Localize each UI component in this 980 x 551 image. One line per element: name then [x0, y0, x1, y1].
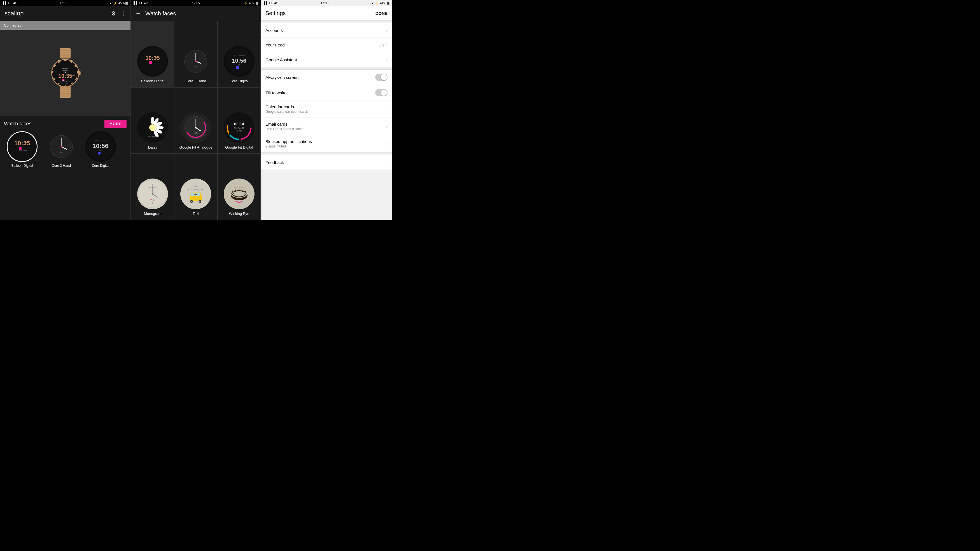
watchface-label-1: Core 3 Hand	[52, 164, 71, 168]
watch-faces-title: Watch faces	[4, 121, 31, 127]
done-button[interactable]: DONE	[375, 11, 388, 16]
feed-title: Your Feed	[266, 43, 285, 47]
settings-content: Accounts › Your Feed On › Google Assista…	[261, 21, 392, 220]
grid-item-monogram[interactable]: kate spade ♥ U Monogram	[131, 154, 174, 220]
back-button[interactable]: ←	[135, 10, 142, 17]
grid-label-gfd: Google Fit Digital	[225, 145, 253, 149]
grid-item-core3h[interactable]: NYC Core 3 Hand	[175, 21, 217, 87]
svg-rect-66	[236, 66, 239, 69]
feedback-left: Feedback	[266, 160, 284, 165]
connected-status: Connected	[0, 21, 130, 30]
bluetooth-icon-3: ⚡	[375, 2, 379, 5]
status-bar-1: ▌▌ EE 4G 17:05 ▲ ⚡ 45% ▓	[0, 0, 130, 6]
svg-text:in a new york: in a new york	[188, 188, 204, 191]
panel-main: ▌▌ EE 4G 17:05 ▲ ⚡ 45% ▓ scallop ⚙ ⋮ Con…	[0, 0, 130, 220]
svg-rect-55	[149, 61, 152, 64]
svg-point-81	[195, 127, 197, 129]
svg-text:10:56: 10:56	[93, 143, 108, 149]
svg-text:43: 43	[195, 132, 197, 134]
calendar-subtitle: Google calendar event cards	[266, 110, 308, 114]
assistant-title: Google Assistant	[266, 57, 297, 62]
svg-point-106	[191, 201, 192, 202]
settings-item-email[interactable]: Email cards Rich Gmail cards disabled ›	[261, 118, 392, 135]
svg-rect-19	[79, 71, 81, 75]
grid-item-taxi[interactable]: in a new york Taxi Taxi	[175, 154, 217, 220]
tilt-left: Tilt to wake	[266, 91, 286, 95]
battery-2: 46% ▓	[249, 2, 258, 5]
watchface-img-1: NYC	[46, 131, 77, 162]
time-1: 17:05	[59, 2, 67, 5]
svg-point-7	[64, 59, 67, 62]
feed-chevron: ›	[386, 43, 388, 48]
svg-text:Coffee time!: Coffee time!	[18, 150, 27, 151]
feedback-title: Feedback	[266, 160, 284, 165]
time-2: 17:05	[192, 2, 200, 5]
settings-item-always-on[interactable]: Always-on screen	[261, 70, 392, 85]
gear-icon[interactable]: ⚙	[111, 10, 116, 17]
settings-item-tilt[interactable]: Tilt to wake	[261, 85, 392, 100]
calendar-right: ›	[386, 106, 388, 112]
settings-item-feedback[interactable]: Feedback ›	[261, 155, 392, 170]
email-left: Email cards Rich Gmail cards disabled	[266, 122, 304, 131]
assistant-right: ›	[386, 57, 388, 62]
status-right-1: ▲ ⚡ 45% ▓	[109, 2, 128, 5]
svg-rect-3	[60, 54, 71, 56]
settings-item-blocked[interactable]: Blocked app notifications 2 apps muted ›	[261, 135, 392, 152]
svg-text:am: am	[238, 64, 240, 66]
more-button[interactable]: MORE	[105, 120, 127, 128]
svg-rect-2	[60, 52, 71, 54]
arrow-icon-1: ▲	[109, 2, 112, 5]
blocked-subtitle: 2 apps muted	[266, 144, 312, 148]
email-right: ›	[386, 124, 388, 129]
watchface-thumb-2[interactable]: 3,005 STEPS 10:56 am Core Digital	[82, 131, 119, 168]
blocked-right: ›	[386, 141, 388, 146]
carrier-3: EE 4G	[269, 2, 278, 5]
grid-item-gfa[interactable]: 43 Google Fit Analogue	[175, 87, 217, 153]
signal-icon-1: ▌▌	[3, 2, 7, 5]
grid-item-winking[interactable]: leading lady Winking Eye	[218, 154, 260, 220]
always-on-right	[375, 74, 388, 81]
status-left-3: ▌▌ EE 4G	[264, 2, 278, 5]
grid-item-balloon[interactable]: 10:35 AM Balloon Digital	[131, 21, 174, 87]
calendar-title: Calendar cards	[266, 104, 308, 109]
tilt-toggle[interactable]	[375, 89, 388, 96]
grid-label-coredigital: Core Digital	[230, 79, 249, 83]
panel-settings: ▌▌ EE 4G 17:05 ▲ ⚡ 44% ▓ Settings DONE A…	[261, 0, 392, 220]
accounts-chevron: ›	[386, 28, 388, 33]
settings-title: Settings	[266, 10, 286, 16]
grid-item-daisy[interactable]: kate spade Daisy	[131, 87, 174, 153]
grid-item-gfd[interactable]: 03:14 Thu Aug 20 43 min Google Fit Digit…	[218, 87, 260, 153]
arrow-icon-3: ▲	[371, 2, 374, 5]
status-left-1: ▌▌ EE 4G	[3, 2, 18, 5]
svg-text:3,005 STEPS: 3,005 STEPS	[233, 55, 245, 57]
svg-text:10:56: 10:56	[232, 58, 246, 64]
header-icons: ⚙ ⋮	[111, 10, 126, 17]
panel2-title: Watch faces	[145, 10, 176, 17]
status-bar-3: ▌▌ EE 4G 17:05 ▲ ⚡ 44% ▓	[261, 0, 392, 6]
svg-text:10:35: 10:35	[58, 73, 72, 79]
svg-point-108	[199, 201, 200, 202]
grid-item-coredigital[interactable]: 3,005 STEPS 10:56 am Core Digital	[218, 21, 260, 87]
grid-img-monogram: kate spade ♥ U	[137, 179, 168, 209]
svg-text:AM: AM	[72, 75, 75, 77]
watchface-thumb-1[interactable]: NYC Core 3 Hand	[43, 131, 80, 168]
grid-label-balloon: Balloon Digital	[141, 79, 164, 83]
settings-item-assistant[interactable]: Google Assistant ›	[261, 52, 392, 67]
svg-rect-34	[60, 93, 71, 95]
settings-item-accounts[interactable]: Accounts ›	[261, 23, 392, 38]
svg-text:NYC: NYC	[60, 151, 63, 153]
more-icon[interactable]: ⋮	[120, 10, 126, 17]
grid-img-core3h: NYC	[180, 46, 211, 77]
signal-icon-3: ▌▌	[264, 2, 268, 5]
tilt-right	[375, 89, 388, 96]
settings-item-calendar[interactable]: Calendar cards Google calendar event car…	[261, 100, 392, 118]
always-on-toggle[interactable]	[375, 74, 388, 81]
settings-item-feed[interactable]: Your Feed On ›	[261, 38, 392, 52]
grid-label-winking: Winking Eye	[229, 211, 249, 216]
grid-img-coredigital: 3,005 STEPS 10:56 am	[224, 46, 255, 77]
watchface-thumb-0[interactable]: 10:35 AM Coffee time! Balloon Digital	[4, 131, 40, 168]
watchface-img-2: 3,005 STEPS 10:56 am	[85, 131, 116, 162]
always-on-title: Always-on screen	[266, 75, 299, 80]
panel2-header: ← Watch faces	[131, 6, 261, 21]
svg-rect-51	[98, 152, 100, 154]
